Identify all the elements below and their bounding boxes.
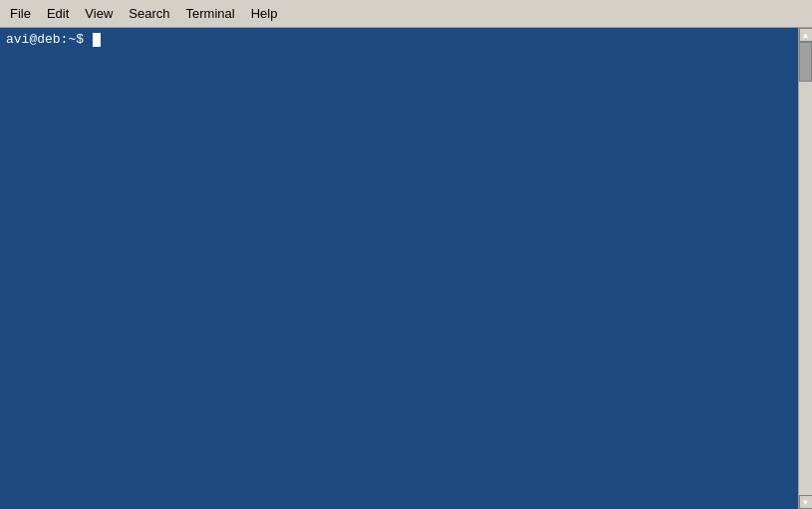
menu-terminal[interactable]: Terminal [178, 3, 243, 24]
menu-edit[interactable]: Edit [39, 3, 77, 24]
terminal-area[interactable]: avi@deb:~$ ▲ ▼ [0, 28, 812, 509]
prompt-line: avi@deb:~$ [6, 32, 806, 47]
menu-view[interactable]: View [77, 3, 121, 24]
menu-help[interactable]: Help [243, 3, 286, 24]
scrollbar-track[interactable] [799, 42, 812, 495]
menu-search[interactable]: Search [121, 3, 177, 24]
menu-file[interactable]: File [2, 3, 39, 24]
scrollbar-down-button[interactable]: ▼ [799, 495, 813, 509]
scrollbar-thumb[interactable] [799, 42, 812, 82]
prompt-text: avi@deb:~$ [6, 32, 92, 47]
scrollbar[interactable]: ▲ ▼ [798, 28, 812, 509]
cursor [93, 33, 101, 47]
scrollbar-up-button[interactable]: ▲ [799, 28, 813, 42]
menubar: File Edit View Search Terminal Help [0, 0, 812, 28]
